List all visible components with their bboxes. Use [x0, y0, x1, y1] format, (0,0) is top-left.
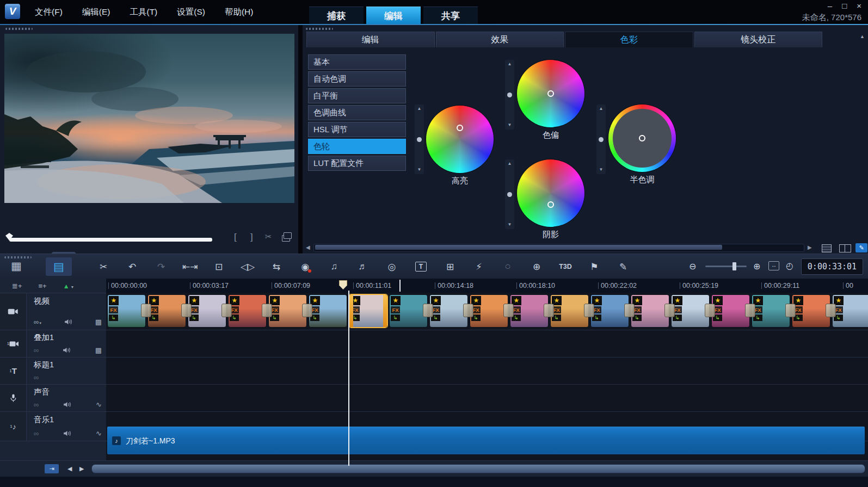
- split-clip-icon[interactable]: ◁▷: [240, 261, 255, 273]
- transition-indicator[interactable]: [785, 304, 796, 317]
- speed-icon[interactable]: ◎: [384, 261, 399, 273]
- slider-up-icon[interactable]: ▲: [508, 62, 512, 66]
- dual-panel-icon[interactable]: [839, 244, 851, 252]
- link-icon[interactable]: ∞: [34, 346, 39, 354]
- music-track-icon[interactable]: 1♪: [0, 412, 27, 441]
- storyboard-view-icon[interactable]: ▦: [11, 260, 22, 273]
- zoom-slider[interactable]: [705, 266, 747, 267]
- auto-music-icon[interactable]: ♬: [355, 261, 371, 272]
- duration-clock-icon[interactable]: ◴: [786, 261, 793, 271]
- link-icon[interactable]: ∞▼: [34, 318, 42, 326]
- speaker-icon[interactable]: [63, 347, 71, 353]
- transition-indicator[interactable]: [503, 304, 514, 317]
- highlights-color-wheel[interactable]: [426, 106, 494, 173]
- wheel-marker[interactable]: [547, 201, 554, 208]
- slider-thumb[interactable]: [507, 192, 512, 197]
- menu-tools[interactable]: 工具(T): [130, 7, 157, 18]
- scrollbar-thumb[interactable]: [315, 245, 722, 250]
- project-duration-display[interactable]: 0:00:33:01: [801, 258, 863, 275]
- video-clip[interactable]: ★ FX ↳: [147, 294, 186, 328]
- scroll-to-playhead-icon[interactable]: ⇥: [45, 464, 59, 473]
- menu-settings[interactable]: 设置(S): [177, 7, 205, 18]
- video-clip[interactable]: ★ FX ↳: [671, 294, 710, 328]
- overlay-flags-icon[interactable]: ⚑: [587, 261, 602, 273]
- voice-track-icon[interactable]: [0, 385, 27, 411]
- highlights-luminance-slider[interactable]: ▲ ▼: [415, 104, 424, 174]
- track-header-overlay[interactable]: 1 叠加1 ∞ ▩: [0, 330, 106, 357]
- timeline-ruler[interactable]: 00:00:00:0000:00:03:1700:00:07:0900:00:1…: [106, 279, 868, 293]
- link-icon[interactable]: ∞: [34, 429, 39, 437]
- zoom-slider-thumb[interactable]: [732, 262, 736, 270]
- wheel-marker[interactable]: [639, 135, 645, 141]
- menu-edit[interactable]: 编辑(E): [82, 7, 110, 18]
- mosaic-icon[interactable]: ▩: [95, 318, 102, 326]
- color-tool-lut[interactable]: LUT 配置文件: [308, 156, 406, 171]
- tab-share[interactable]: 共享: [423, 7, 478, 24]
- video-clip[interactable]: ★ FX ↳: [429, 294, 468, 328]
- transition-indicator[interactable]: [141, 304, 151, 317]
- speaker-icon[interactable]: [64, 319, 72, 325]
- scroll-right-icon[interactable]: ▶: [79, 465, 84, 472]
- video-clip[interactable]: ★ FX ↳: [711, 294, 750, 328]
- split-screen-template-icon[interactable]: ⊞: [442, 261, 458, 273]
- transition-indicator[interactable]: [826, 304, 836, 317]
- video-clip[interactable]: ★ FX ↳: [470, 294, 508, 328]
- transition-indicator[interactable]: [181, 304, 192, 317]
- scrollbar-track[interactable]: [313, 244, 804, 252]
- fade-icon[interactable]: ∿: [96, 400, 102, 409]
- shadows-luminance-slider[interactable]: ▲ ▼: [505, 159, 514, 229]
- slider-up-icon[interactable]: ▲: [508, 162, 512, 166]
- redo-icon[interactable]: ↷: [153, 261, 169, 273]
- slider-thumb[interactable]: [507, 93, 512, 97]
- effect-list-icon[interactable]: [822, 244, 832, 252]
- mask-creator-icon[interactable]: ◌: [500, 261, 515, 272]
- menu-help[interactable]: 帮助(H): [225, 7, 254, 18]
- transition-indicator[interactable]: [584, 304, 594, 317]
- transition-indicator[interactable]: [423, 304, 433, 317]
- enlarge-preview-icon[interactable]: [282, 235, 290, 242]
- transition-indicator[interactable]: [262, 304, 272, 317]
- color-tool-basic[interactable]: 基本: [308, 54, 406, 70]
- track-header-music[interactable]: 1♪ 音乐1 ∞ ∿: [0, 411, 106, 441]
- scroll-right-icon[interactable]: ▶: [808, 244, 812, 250]
- transition-indicator[interactable]: [302, 304, 312, 317]
- midtones-color-wheel[interactable]: [608, 104, 676, 172]
- color-tool-tone-curve[interactable]: 色调曲线: [308, 105, 406, 120]
- video-clip[interactable]: ★ FX ↳: [268, 294, 307, 328]
- fit-timeline-icon[interactable]: ↔: [768, 261, 779, 270]
- scrubber-track[interactable]: [9, 238, 212, 242]
- transition-indicator[interactable]: [221, 304, 232, 317]
- wheel-marker[interactable]: [547, 90, 554, 97]
- transition-indicator[interactable]: [463, 304, 473, 317]
- link-icon[interactable]: ∞: [34, 400, 39, 409]
- tab-edit[interactable]: 编辑: [366, 7, 421, 24]
- transition-indicator[interactable]: [624, 304, 635, 317]
- music-clip[interactable]: ♪ 刀剑若~1.MP3: [107, 427, 865, 454]
- slider-up-icon[interactable]: ▲: [417, 107, 422, 111]
- transition-indicator[interactable]: [705, 304, 715, 317]
- mosaic-icon[interactable]: ▩: [95, 346, 102, 354]
- video-clip[interactable]: ★ FX ↳: [349, 294, 387, 328]
- video-clip[interactable]: ★ FX ↳: [590, 294, 629, 328]
- color-tool-color-wheel[interactable]: 色轮: [308, 139, 406, 154]
- options-tab-color[interactable]: 色彩: [565, 32, 693, 47]
- slider-up-icon[interactable]: ▲: [599, 107, 604, 111]
- wheel-marker[interactable]: [457, 125, 463, 131]
- video-track-icon[interactable]: [0, 293, 27, 330]
- track-manager-icon[interactable]: ≣+: [12, 282, 22, 290]
- scroll-left-icon[interactable]: ◀: [306, 244, 310, 250]
- video-clip[interactable]: ★ FX ↳: [309, 294, 347, 328]
- video-clip[interactable]: ★ FX ↳: [792, 294, 830, 328]
- timeline-view-icon[interactable]: ▤: [46, 257, 72, 276]
- track-header-voice[interactable]: 声音 ∞ ∿: [0, 384, 106, 411]
- zoom-out-icon[interactable]: ⊖: [689, 261, 696, 272]
- playhead-line[interactable]: [348, 291, 349, 466]
- trim-tools-icon[interactable]: ✂: [96, 261, 111, 273]
- maximize-button[interactable]: □: [842, 1, 847, 10]
- mark-out-button[interactable]: ]: [250, 232, 253, 243]
- colorcast-color-wheel[interactable]: [517, 60, 584, 127]
- colorcast-luminance-slider[interactable]: ▲ ▼: [505, 60, 514, 130]
- link-icon[interactable]: ∞: [34, 373, 39, 381]
- slider-thumb[interactable]: [417, 137, 422, 142]
- track-header-video[interactable]: 视频 ∞▼ ▩: [0, 293, 106, 330]
